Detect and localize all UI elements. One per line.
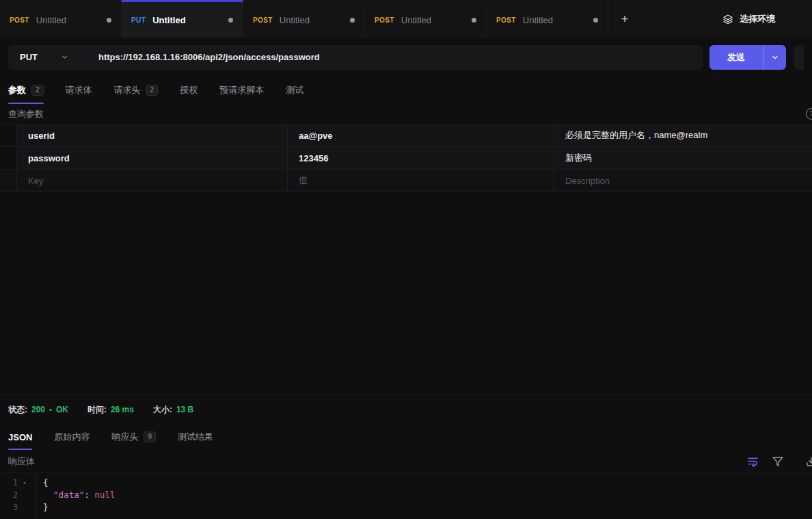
- request-tab-1[interactable]: POST Untitled: [0, 0, 122, 38]
- request-tab-4[interactable]: POST Untitled: [365, 0, 487, 38]
- send-button-group: 发送: [709, 45, 786, 70]
- tab-method-label: POST: [10, 16, 29, 24]
- status-code: 200: [31, 405, 45, 414]
- tab-label: 请求体: [66, 84, 92, 96]
- tab-json[interactable]: JSON: [8, 424, 32, 450]
- response-status-bar: 状态: 200 • OK 时间: 26 ms 大小: 13 B: [0, 395, 812, 424]
- line-number-text: 3: [0, 503, 18, 512]
- table-row: userid aa@pve 必须是完整的用户名，name@realm: [0, 124, 812, 147]
- time-value: 26 ms: [111, 405, 134, 414]
- count-badge: 9: [144, 431, 156, 442]
- tab-tests[interactable]: 测试: [286, 77, 303, 104]
- environment-selector[interactable]: 选择环境: [722, 0, 812, 38]
- code-line: }: [43, 501, 115, 514]
- method-select[interactable]: PUT: [8, 52, 87, 62]
- tab-request-body[interactable]: 请求体: [66, 77, 92, 104]
- tab-label: 参数: [8, 84, 26, 96]
- code-token: :: [84, 490, 94, 500]
- row-select-cell[interactable]: [0, 124, 16, 146]
- time-label: 时间:: [87, 404, 107, 416]
- code-token: {: [43, 477, 49, 488]
- tab-method-label: POST: [253, 16, 273, 24]
- request-tab-5[interactable]: POST Untitled: [487, 0, 608, 38]
- url-input[interactable]: https://192.168.1.16:8006/api2/json/acce…: [98, 52, 320, 62]
- param-key-field[interactable]: password: [16, 147, 287, 169]
- query-params-header: 查询参数 ?: [0, 104, 812, 124]
- unsaved-dot-icon: [228, 18, 233, 23]
- send-options-button[interactable]: [763, 45, 786, 70]
- tab-title: Untitled: [523, 15, 553, 25]
- param-value-field[interactable]: aa@pve: [287, 124, 554, 146]
- tab-request-headers[interactable]: 请求头 2: [114, 77, 159, 104]
- tab-title: Untitled: [152, 15, 185, 25]
- row-select-cell[interactable]: [0, 170, 16, 191]
- tab-label: 测试: [286, 84, 303, 96]
- tab-method-label: POST: [496, 16, 516, 24]
- tab-pre-request-script[interactable]: 预请求脚本: [219, 77, 264, 104]
- wrap-lines-icon: [747, 455, 759, 467]
- unsaved-dot-icon: [472, 18, 476, 23]
- tab-label: 授权: [180, 84, 198, 96]
- request-subtabs: 参数 2 请求体 请求头 2 授权 预请求脚本 测试: [0, 77, 812, 104]
- param-description-field[interactable]: 新密码: [554, 147, 812, 169]
- new-tab-button[interactable]: +: [608, 0, 641, 38]
- chevron-down-icon: [61, 53, 68, 61]
- request-tab-2-active[interactable]: PUT Untitled: [122, 0, 243, 38]
- request-tab-3[interactable]: POST Untitled: [243, 0, 365, 38]
- row-select-cell[interactable]: [0, 147, 16, 169]
- count-badge: 2: [31, 85, 44, 96]
- code-gutter: 1 ▾ 2 3: [0, 473, 36, 519]
- size-label: 大小:: [153, 404, 172, 416]
- size-group: 大小: 13 B: [153, 404, 193, 416]
- filter-button[interactable]: [772, 456, 783, 467]
- status-text: OK: [56, 405, 68, 414]
- wrap-lines-button[interactable]: [747, 455, 759, 467]
- tab-authorization[interactable]: 授权: [180, 77, 198, 104]
- time-group: 时间: 26 ms: [87, 404, 134, 416]
- param-description-field-placeholder[interactable]: Description: [554, 170, 812, 191]
- chevron-down-icon: [771, 53, 779, 62]
- code-token: null: [94, 490, 115, 500]
- tab-title: Untitled: [36, 15, 66, 25]
- tab-label: 预请求脚本: [219, 84, 264, 96]
- param-value-field[interactable]: 123456: [287, 147, 554, 169]
- query-params-table: userid aa@pve 必须是完整的用户名，name@realm passw…: [0, 124, 812, 192]
- response-body-viewer[interactable]: 1 ▾ 2 3 { "data": null }: [0, 473, 812, 519]
- table-row: password 123456 新密码: [0, 147, 812, 170]
- line-number: 3: [0, 501, 36, 514]
- method-select-value: PUT: [20, 52, 38, 62]
- status-dot-icon: •: [49, 405, 52, 414]
- status-group: 状态: 200 • OK: [8, 404, 68, 416]
- save-button-clipped[interactable]: [794, 45, 804, 70]
- tab-label: JSON: [8, 432, 32, 442]
- line-number-text: 2: [0, 490, 18, 500]
- code-line: {: [43, 477, 115, 489]
- size-value: 13 B: [176, 405, 193, 414]
- response-body-header: 响应体: [0, 450, 812, 473]
- tab-params[interactable]: 参数 2: [8, 77, 44, 104]
- response-subtabs: JSON 原始内容 响应头 9 测试结果: [0, 424, 812, 450]
- param-key-field[interactable]: userid: [16, 124, 287, 146]
- param-value-field-placeholder[interactable]: 值: [287, 170, 554, 191]
- send-button[interactable]: 发送: [709, 45, 763, 70]
- tab-label: 原始内容: [54, 431, 90, 443]
- tab-raw[interactable]: 原始内容: [54, 424, 90, 450]
- status-label: 状态:: [8, 404, 27, 416]
- tab-method-label: PUT: [131, 16, 146, 24]
- layers-icon: [722, 14, 733, 25]
- table-row-empty: Key 值 Description: [0, 170, 812, 192]
- line-number-text: 1: [0, 478, 18, 488]
- tab-response-headers[interactable]: 响应头 9: [111, 424, 156, 450]
- code-token: "data": [43, 490, 84, 500]
- content-spacer: [0, 192, 812, 395]
- url-box: PUT https://192.168.1.16:8006/api2/json/…: [8, 45, 703, 70]
- param-key-field-placeholder[interactable]: Key: [16, 170, 287, 191]
- tab-label: 请求头: [114, 84, 141, 96]
- tab-test-results[interactable]: 测试结果: [178, 424, 213, 450]
- download-response-button[interactable]: [806, 456, 812, 467]
- param-description-field[interactable]: 必须是完整的用户名，name@realm: [554, 124, 812, 146]
- fold-caret-icon[interactable]: ▾: [18, 479, 31, 486]
- help-icon[interactable]: ?: [806, 108, 812, 120]
- response-body-label: 响应体: [8, 455, 35, 468]
- code-line: "data": null: [43, 489, 115, 501]
